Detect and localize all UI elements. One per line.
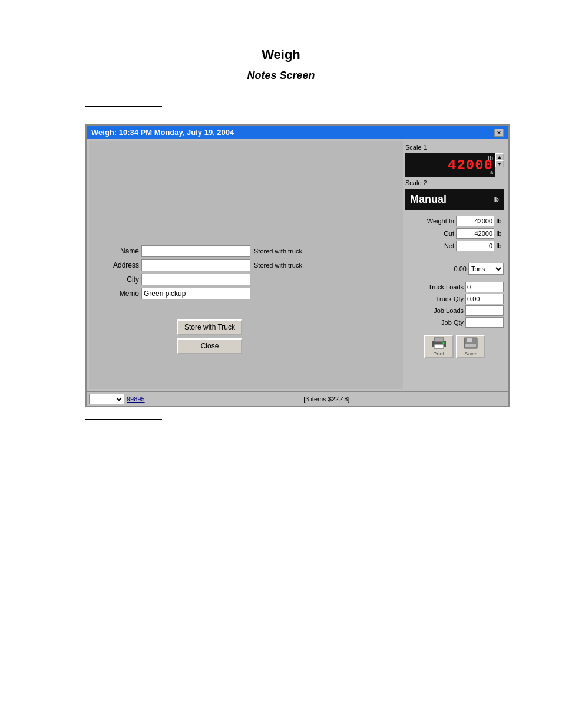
net-label: Net — [419, 242, 454, 249]
svg-rect-5 — [467, 338, 472, 342]
action-buttons: Store with Truck Close — [177, 319, 242, 354]
title-bar: Weigh: 10:34 PM Monday, July 19, 2004 × — [87, 126, 508, 139]
truck-loads-row: Truck Loads — [405, 282, 504, 292]
scale2-display: Manual lb — [405, 189, 504, 210]
print-icon — [431, 337, 447, 350]
out-row: Out lb — [405, 228, 504, 239]
weight-in-row: Weight In lb — [405, 216, 504, 226]
net-input[interactable] — [456, 241, 494, 251]
status-dropdown[interactable] — [89, 394, 124, 404]
close-button-main[interactable]: Close — [177, 338, 242, 354]
city-row: City — [107, 274, 397, 285]
scale1-label: Scale 1 — [405, 144, 504, 151]
address-row: Address Stored with truck. — [107, 259, 397, 271]
divider-h — [405, 258, 504, 258]
out-input[interactable] — [456, 228, 494, 239]
scale1-scroll-down[interactable]: ▼ — [495, 160, 504, 167]
scale2-unit: lb — [493, 196, 499, 203]
address-note: Stored with truck. — [254, 262, 304, 269]
icon-buttons: Print Save — [405, 335, 504, 358]
weight-fields: Weight In lb Out lb Net lb — [405, 216, 504, 253]
title-bar-text: Weigh: 10:34 PM Monday, July 19, 2004 — [91, 128, 234, 137]
job-qty-row: Job Qty — [405, 317, 504, 328]
save-icon-button[interactable]: Save — [456, 335, 485, 358]
application-window: Weigh: 10:34 PM Monday, July 19, 2004 × … — [85, 124, 510, 407]
memo-input[interactable] — [141, 288, 250, 299]
truck-qty-input[interactable] — [465, 294, 504, 304]
scale1-value: 42000 — [448, 157, 493, 173]
out-label: Out — [419, 230, 454, 237]
scale1-unit: lb — [488, 155, 493, 162]
weight-in-unit: lb — [494, 218, 504, 225]
address-label: Address — [107, 261, 139, 269]
memo-label: Memo — [107, 289, 139, 298]
city-input[interactable] — [141, 274, 250, 285]
address-input[interactable] — [141, 259, 250, 271]
store-with-truck-button[interactable]: Store with Truck — [177, 319, 242, 335]
tons-value: 0.00 — [446, 265, 467, 272]
job-qty-input[interactable] — [465, 317, 504, 328]
svg-rect-1 — [434, 338, 444, 342]
job-loads-label: Job Loads — [425, 307, 464, 314]
top-divider — [85, 106, 162, 107]
scale2-label: Scale 2 — [405, 179, 504, 186]
scale2-value: Manual — [410, 193, 447, 206]
name-note: Stored with truck. — [254, 248, 304, 255]
page-subtitle: Notes Screen — [0, 70, 562, 82]
job-loads-row: Job Loads — [405, 305, 504, 316]
form-area: Name Stored with truck. Address Stored w… — [95, 245, 397, 302]
name-label: Name — [107, 247, 139, 255]
truck-loads-input[interactable] — [465, 282, 504, 292]
weight-in-input[interactable] — [456, 216, 494, 226]
truck-qty-row: Truck Qty — [405, 294, 504, 304]
svg-rect-2 — [434, 344, 444, 348]
right-panel: Scale 1 42000 lb a ▲ ▼ Scale 2 Manual — [403, 141, 506, 389]
net-unit: lb — [494, 242, 504, 249]
svg-rect-6 — [465, 344, 476, 347]
save-icon — [462, 337, 479, 350]
memo-row: Memo — [107, 288, 397, 299]
print-icon-button[interactable]: Print — [424, 335, 454, 358]
truck-qty-label: Truck Qty — [425, 295, 464, 302]
job-loads-input[interactable] — [465, 305, 504, 316]
tons-select[interactable]: Tons lbs kg — [468, 263, 504, 275]
save-icon-label: Save — [464, 351, 477, 357]
page-title: Weigh — [0, 47, 562, 62]
print-icon-label: Print — [433, 351, 444, 357]
status-bar: 99895 [3 items $22.48] — [87, 391, 508, 406]
left-panel: Name Stored with truck. Address Stored w… — [89, 141, 403, 389]
truck-loads-label: Truck Loads — [425, 284, 464, 291]
tons-row: 0.00 Tons lbs kg — [405, 263, 504, 275]
close-button[interactable]: × — [494, 129, 504, 137]
svg-point-3 — [442, 342, 444, 344]
scale1-scroll-up[interactable]: ▲ — [495, 153, 504, 160]
name-input[interactable] — [141, 245, 250, 257]
bottom-divider — [85, 419, 162, 420]
status-info: [3 items $22.48] — [147, 396, 506, 403]
weight-in-label: Weight In — [419, 218, 454, 225]
status-id[interactable]: 99895 — [127, 396, 145, 403]
job-qty-label: Job Qty — [425, 319, 464, 326]
truck-fields: Truck Loads Truck Qty Job Loads Job Qty — [405, 282, 504, 329]
city-label: City — [107, 275, 139, 284]
net-row: Net lb — [405, 241, 504, 251]
out-unit: lb — [494, 230, 504, 237]
scale1-indicator: a — [490, 169, 493, 175]
name-row: Name Stored with truck. — [107, 245, 397, 257]
